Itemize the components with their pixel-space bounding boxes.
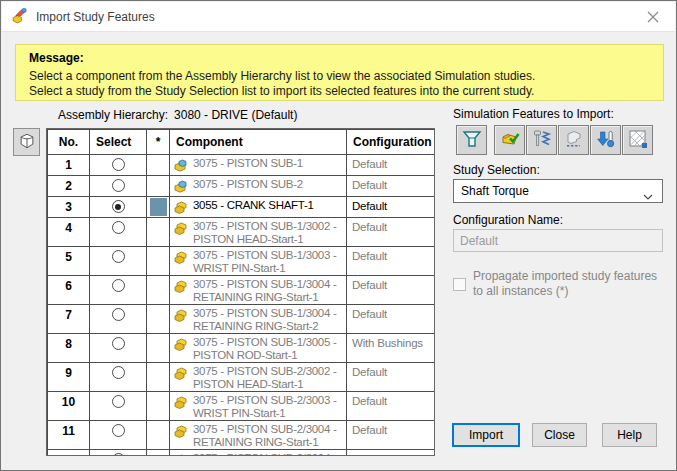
radio-button[interactable] bbox=[112, 395, 125, 408]
row-component-cell[interactable]: 3075 - PISTON SUB-1/3005 - PISTON ROD-St… bbox=[170, 334, 347, 363]
row-component-cell[interactable]: 3075 - PISTON SUB-1/3003 - WRIST PIN-Sta… bbox=[170, 247, 347, 276]
table-row[interactable]: 11 3075 - PISTON SUB-2/3004 - RETAINING … bbox=[48, 421, 435, 450]
radio-button[interactable] bbox=[112, 279, 125, 292]
configuration-value: Default bbox=[347, 176, 434, 192]
row-star-cell bbox=[147, 197, 170, 218]
row-select-cell bbox=[90, 334, 147, 363]
component-name: 3075 - PISTON SUB-2 bbox=[193, 178, 344, 191]
dialog-icon bbox=[11, 7, 28, 27]
row-configuration-cell: Default bbox=[347, 155, 435, 176]
propagate-checkbox[interactable] bbox=[453, 278, 466, 291]
table-row[interactable]: 8 3075 - PISTON SUB-1/3005 - PISTON ROD-… bbox=[48, 334, 435, 363]
row-component-cell[interactable]: 3075 - PISTON SUB-2/3004 - RETAINING RIN… bbox=[170, 450, 347, 457]
row-star-cell bbox=[147, 155, 170, 176]
row-component-cell[interactable]: 3075 - PISTON SUB-1 bbox=[170, 155, 347, 176]
dialog-title: Import Study Features bbox=[36, 10, 155, 24]
table-row[interactable]: 1 3075 - PISTON SUB-1 Default bbox=[48, 155, 435, 176]
close-icon[interactable] bbox=[630, 2, 675, 31]
row-component-cell[interactable]: 3075 - PISTON SUB-2/3002 - PISTON HEAD-S… bbox=[170, 363, 347, 392]
assembly-icon bbox=[173, 178, 190, 194]
help-button[interactable]: Help bbox=[602, 423, 657, 447]
radio-button[interactable] bbox=[112, 250, 125, 263]
fixtures-button[interactable] bbox=[456, 125, 487, 155]
radio-button[interactable] bbox=[112, 366, 125, 379]
assembly-hierarchy-table: No. Select * Component Configuration 1 3… bbox=[46, 128, 435, 456]
row-configuration-cell: Default bbox=[347, 176, 435, 197]
message-box: Message: Select a component from the Ass… bbox=[15, 44, 664, 101]
header-component: Component bbox=[170, 130, 347, 155]
row-select-cell bbox=[90, 421, 147, 450]
row-component-cell[interactable]: 3075 - PISTON SUB-2/3004 - RETAINING RIN… bbox=[170, 421, 347, 450]
header-configuration: Configuration bbox=[347, 130, 435, 155]
row-number: 3 bbox=[48, 197, 90, 218]
table-row[interactable]: 4 3075 - PISTON SUB-1/3002 - PISTON HEAD… bbox=[48, 218, 435, 247]
row-component-cell[interactable]: 3075 - PISTON SUB-2/3003 - WRIST PIN-Sta… bbox=[170, 392, 347, 421]
configuration-name-value: Default bbox=[460, 234, 498, 248]
radio-button[interactable] bbox=[112, 337, 125, 350]
row-star-cell bbox=[147, 392, 170, 421]
row-select-cell bbox=[90, 276, 147, 305]
table-row[interactable]: 10 3075 - PISTON SUB-2/3003 - WRIST PIN-… bbox=[48, 392, 435, 421]
radio-button[interactable] bbox=[112, 179, 125, 192]
part-icon bbox=[173, 307, 190, 323]
row-component-cell[interactable]: 3075 - PISTON SUB-1/3002 - PISTON HEAD-S… bbox=[170, 218, 347, 247]
loads-icon bbox=[500, 129, 520, 152]
part-icon bbox=[173, 365, 190, 381]
table-row[interactable]: 5 3075 - PISTON SUB-1/3003 - WRIST PIN-S… bbox=[48, 247, 435, 276]
row-select-cell bbox=[90, 218, 147, 247]
row-number: 4 bbox=[48, 218, 90, 247]
part-icon bbox=[173, 249, 190, 265]
radio-button[interactable] bbox=[112, 200, 125, 213]
row-number: 5 bbox=[48, 247, 90, 276]
row-configuration-cell: Default bbox=[347, 392, 435, 421]
part-icon bbox=[173, 394, 190, 410]
assembly-table-body: 1 3075 - PISTON SUB-1 Default 2 3075 - P… bbox=[48, 155, 435, 457]
connectors-button[interactable] bbox=[526, 125, 557, 155]
radio-button[interactable] bbox=[112, 221, 125, 234]
radio-button[interactable] bbox=[112, 453, 125, 456]
component-name: 3075 - PISTON SUB-2/3004 - RETAINING RIN… bbox=[193, 452, 344, 456]
radio-button[interactable] bbox=[112, 308, 125, 321]
study-selection-label: Study Selection: bbox=[453, 163, 540, 177]
radio-button[interactable] bbox=[112, 158, 125, 171]
row-number: 9 bbox=[48, 363, 90, 392]
component-name: 3075 - PISTON SUB-2/3004 - RETAINING RIN… bbox=[193, 423, 344, 449]
contacts-button[interactable] bbox=[558, 125, 589, 155]
row-star-cell bbox=[147, 218, 170, 247]
propagate-option: Propagate imported study features to all… bbox=[453, 269, 667, 299]
message-line-2: Select a study from the Study Selection … bbox=[29, 84, 663, 99]
isometric-view-button[interactable] bbox=[13, 128, 40, 156]
row-component-cell[interactable]: 3075 - PISTON SUB-1/3004 - RETAINING RIN… bbox=[170, 305, 347, 334]
row-star-cell bbox=[147, 334, 170, 363]
radio-button[interactable] bbox=[112, 424, 125, 437]
table-row[interactable]: 3 3055 - CRANK SHAFT-1 Default bbox=[48, 197, 435, 218]
configuration-value: Default bbox=[347, 276, 434, 292]
loads-button[interactable] bbox=[494, 125, 525, 155]
mesh-button[interactable] bbox=[622, 125, 653, 155]
row-component-cell[interactable]: 3075 - PISTON SUB-2 bbox=[170, 176, 347, 197]
thermal-button[interactable] bbox=[590, 125, 621, 155]
row-number: 11 bbox=[48, 421, 90, 450]
configuration-value: With Bushings bbox=[347, 334, 434, 350]
component-name: 3055 - CRANK SHAFT-1 bbox=[193, 199, 344, 212]
row-component-cell[interactable]: 3075 - PISTON SUB-1/3004 - RETAINING RIN… bbox=[170, 276, 347, 305]
table-row[interactable]: 7 3075 - PISTON SUB-1/3004 - RETAINING R… bbox=[48, 305, 435, 334]
row-configuration-cell: Default bbox=[347, 197, 435, 218]
close-button[interactable]: Close bbox=[532, 423, 587, 447]
table-header-row: No. Select * Component Configuration bbox=[48, 130, 435, 155]
row-configuration-cell: Default bbox=[347, 421, 435, 450]
header-no: No. bbox=[48, 130, 90, 155]
row-select-cell bbox=[90, 363, 147, 392]
table-row[interactable]: 9 3075 - PISTON SUB-2/3002 - PISTON HEAD… bbox=[48, 363, 435, 392]
table-row[interactable]: 6 3075 - PISTON SUB-1/3004 - RETAINING R… bbox=[48, 276, 435, 305]
configuration-name-field: Default bbox=[453, 229, 663, 252]
table-row[interactable]: 2 3075 - PISTON SUB-2 Default bbox=[48, 176, 435, 197]
simulation-features-label: Simulation Features to Import: bbox=[453, 107, 614, 121]
row-star-cell bbox=[147, 276, 170, 305]
table-row[interactable]: 12 3075 - PISTON SUB-2/3004 - RETAINING … bbox=[48, 450, 435, 457]
study-selection-dropdown[interactable]: Shaft Torque bbox=[453, 179, 663, 203]
import-button[interactable]: Import bbox=[452, 423, 520, 447]
message-heading: Message: bbox=[29, 51, 663, 65]
row-component-cell[interactable]: 3055 - CRANK SHAFT-1 bbox=[170, 197, 347, 218]
row-star-cell bbox=[147, 421, 170, 450]
